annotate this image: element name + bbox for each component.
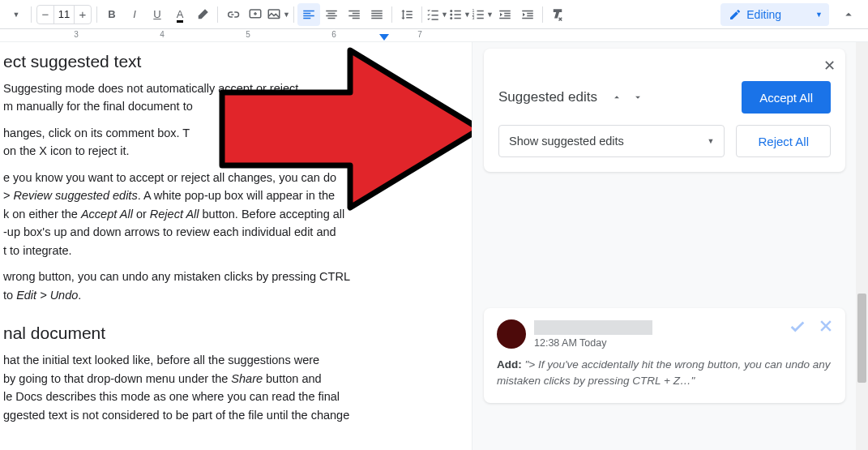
close-icon[interactable]: ✕ <box>823 57 836 75</box>
font-size-increase[interactable]: + <box>75 8 91 20</box>
paragraph: e you know you want to accept or reject … <box>3 169 462 259</box>
suggested-text: wrong button, you can undo any mistaken … <box>3 268 462 304</box>
clear-formatting-button[interactable] <box>546 3 569 26</box>
vertical-scrollbar[interactable] <box>856 42 868 450</box>
heading: nal document <box>3 324 462 343</box>
font-size-decrease[interactable]: − <box>37 8 53 20</box>
align-center-button[interactable] <box>320 3 343 26</box>
heading: ect suggested text <box>3 52 462 71</box>
font-size-control: − 11 + <box>36 5 92 24</box>
show-edits-select[interactable]: Show suggested edits ▼ <box>498 125 725 157</box>
separator <box>96 6 97 23</box>
decrease-indent-button[interactable] <box>494 3 516 26</box>
accept-all-button[interactable]: Accept All <box>742 81 831 114</box>
separator <box>542 6 543 23</box>
align-right-button[interactable] <box>343 3 366 26</box>
suggested-edits-panel: ✕ Suggested edits Accept All <box>484 49 845 172</box>
suggestion-comment-card[interactable]: 12:38 AM Today Add: "> If you've acciden… <box>484 308 845 403</box>
ruler-number: 4 <box>160 30 165 39</box>
increase-indent-button[interactable] <box>516 3 539 26</box>
font-size-value[interactable]: 11 <box>53 6 75 24</box>
align-left-button[interactable] <box>297 3 320 26</box>
avatar <box>497 319 526 349</box>
main-area: ect suggested text Suggesting mode does … <box>0 42 868 450</box>
reject-suggestion-icon[interactable] <box>818 318 834 340</box>
chevron-down-icon: ▼ <box>708 137 715 145</box>
paragraph: hanges, click on its comment box. T on t… <box>3 124 462 161</box>
underline-button[interactable]: U <box>146 3 169 26</box>
separator <box>293 6 294 23</box>
ruler-number: 3 <box>74 30 79 39</box>
italic-button[interactable]: I <box>123 3 146 26</box>
bold-button[interactable]: B <box>100 3 123 26</box>
comment-timestamp: 12:38 AM Today <box>534 337 652 349</box>
more-left-dropdown[interactable]: ▼ <box>5 3 28 26</box>
paragraph: hat the initial text looked like, before… <box>3 351 462 424</box>
separator <box>391 6 392 23</box>
ruler-right-margin-marker[interactable] <box>379 34 389 41</box>
checklist-button[interactable]: ▼ <box>425 3 448 26</box>
svg-point-4 <box>450 17 452 19</box>
prev-edit-button[interactable] <box>609 89 625 105</box>
bulleted-list-button[interactable]: ▼ <box>448 3 471 26</box>
scrollbar-thumb[interactable] <box>857 294 866 383</box>
line-spacing-button[interactable] <box>396 3 418 26</box>
select-label: Show suggested edits <box>509 135 624 148</box>
right-sidebar: ✕ Suggested edits Accept All <box>472 42 868 450</box>
toolbar: ▼ − 11 + B I U A ▼ ▼ ▼ <box>0 0 868 29</box>
mode-label: Editing <box>746 8 781 21</box>
svg-point-2 <box>450 10 452 12</box>
pencil-icon <box>729 8 742 21</box>
reject-all-button[interactable]: Reject All <box>736 125 831 157</box>
next-edit-button[interactable] <box>630 89 646 105</box>
separator <box>31 6 32 23</box>
insert-link-button[interactable] <box>221 3 244 26</box>
numbered-list-button[interactable]: 123▼ <box>471 3 494 26</box>
hide-menus-button[interactable] <box>837 3 860 26</box>
align-justify-button[interactable] <box>366 3 388 26</box>
ruler-number: 7 <box>417 30 422 39</box>
separator <box>217 6 218 23</box>
add-comment-button[interactable] <box>244 3 267 26</box>
svg-text:3: 3 <box>472 15 474 20</box>
mode-switcher[interactable]: Editing ▼ <box>720 3 829 26</box>
comment-body: Add: "> If you've accidentally hit the w… <box>497 357 832 390</box>
panel-title: Suggested edits <box>498 89 597 105</box>
edit-nav-arrows <box>609 89 646 105</box>
ruler-number: 6 <box>331 30 336 39</box>
commenter-name-redacted <box>534 320 652 335</box>
separator <box>421 6 422 23</box>
highlight-color-button[interactable] <box>191 3 214 26</box>
svg-point-3 <box>450 13 452 15</box>
paragraph: Suggesting mode does not automatically a… <box>3 79 462 116</box>
insert-image-button[interactable]: ▼ <box>267 3 290 26</box>
document-canvas[interactable]: ect suggested text Suggesting mode does … <box>0 42 472 450</box>
horizontal-ruler[interactable]: 3 4 5 6 7 <box>0 29 868 42</box>
accept-suggestion-icon[interactable] <box>789 318 806 340</box>
ruler-number: 5 <box>246 30 250 39</box>
text-color-button[interactable]: A <box>169 3 191 26</box>
